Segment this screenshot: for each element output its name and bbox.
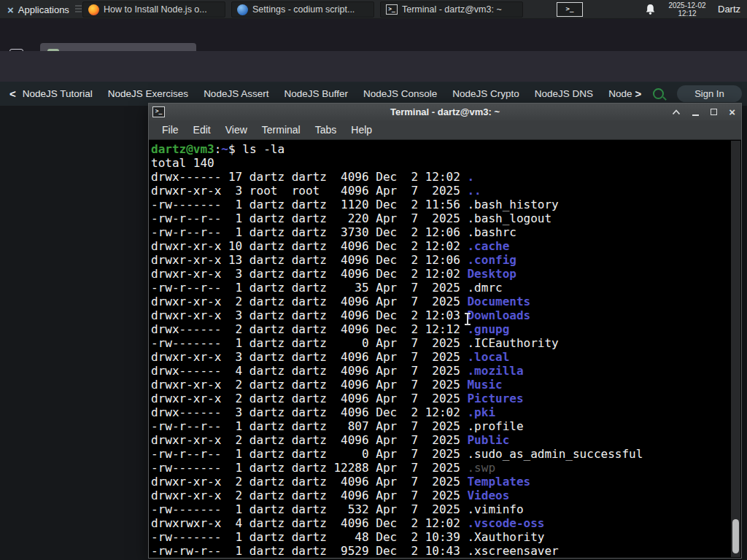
nav-scroll-left-chevron-icon[interactable]: <	[0, 88, 23, 100]
menu-help[interactable]: Help	[344, 124, 379, 136]
nav-item-nodejs-buffer[interactable]: NodeJS Buffer	[284, 88, 348, 99]
file-attributes: drwxr-xr-x 2 dartz dartz 4096 Apr 7 2025	[151, 295, 467, 308]
file-attributes: drwxr-xr-x 3 dartz dartz 4096 Dec 2 12:0…	[151, 308, 467, 322]
directory-name: Templates	[467, 475, 530, 489]
nav-item-nodejs-assert[interactable]: NodeJS Assert	[204, 88, 268, 99]
file-attributes: drwxr-xr-x 13 dartz dartz 4096 Dec 2 12:…	[151, 253, 467, 267]
prompt-dollar: $	[228, 142, 242, 156]
directory-name: Documents	[467, 295, 530, 308]
file-attributes: drwxr-xr-x 2 dartz dartz 4096 Apr 7 2025	[151, 475, 467, 489]
file-name: .Xauthority	[467, 530, 544, 544]
taskbar-window-terminal[interactable]: >_ Terminal - dartz@vm3: ~	[380, 1, 523, 18]
menu-terminal[interactable]: Terminal	[255, 124, 308, 136]
taskbar-window-label: Terminal - dartz@vm3: ~	[402, 4, 502, 15]
menu-tabs[interactable]: Tabs	[308, 124, 344, 136]
terminal-icon: >_	[386, 4, 398, 15]
terminal-listing-line: drwxr-xr-x 13 dartz dartz 4096 Dec 2 12:…	[151, 253, 741, 267]
panel-handle	[75, 5, 82, 14]
terminal-listing-line: drwxr-xr-x 2 dartz dartz 4096 Apr 7 2025…	[151, 433, 741, 447]
applications-menu-button[interactable]: × Applications	[1, 1, 75, 18]
mouse-cursor-ibeam-icon	[464, 313, 471, 325]
terminal-listing-line: -rw------- 1 dartz dartz 532 Apr 7 2025 …	[151, 502, 741, 516]
clock-time: 12:12	[661, 9, 713, 18]
terminal-listing-line: -rw-rw-r-- 1 dartz dartz 9529 Dec 2 10:4…	[151, 544, 741, 558]
terminal-prompt-line: dartz@vm3:~$ ls -la	[151, 142, 741, 156]
file-attributes: -rw-r--r-- 1 dartz dartz 3730 Dec 2 12:0…	[151, 225, 467, 239]
nav-item-node-truncated[interactable]: Node	[608, 88, 632, 99]
terminal-launcher-icon: >_	[557, 2, 583, 17]
prompt-user-host: dartz@vm3	[151, 142, 214, 156]
file-name: .ICEauthority	[467, 336, 558, 350]
nav-item-nodejs-crypto[interactable]: NodeJS Crypto	[452, 88, 519, 99]
terminal-rollup-button[interactable]	[672, 109, 681, 115]
directory-name: .gnupg	[467, 322, 509, 336]
file-name: .bashrc	[467, 225, 516, 239]
directory-name: .vscode-oss	[467, 516, 544, 530]
file-attributes: -rw------- 1 dartz dartz 532 Apr 7 2025	[151, 502, 467, 516]
terminal-scrollbar[interactable]	[731, 141, 740, 557]
terminal-menu-bar: File Edit View Terminal Tabs Help	[149, 120, 741, 140]
terminal-listing-line: drwxr-xr-x 3 dartz dartz 4096 Apr 7 2025…	[151, 350, 741, 364]
file-name: .bash_history	[467, 198, 558, 211]
clock[interactable]: 2025-12-02 12:12	[661, 1, 713, 18]
file-name: .swp	[467, 461, 495, 475]
file-attributes: -rw------- 1 dartz dartz 12288 Apr 7 202…	[151, 461, 467, 475]
file-attributes: -rw------- 1 dartz dartz 0 Apr 7 2025	[151, 336, 467, 350]
file-name: .profile	[467, 419, 523, 433]
directory-name: Public	[467, 433, 509, 447]
terminal-listing-line: drwx------ 17 dartz dartz 4096 Dec 2 12:…	[151, 170, 741, 184]
file-attributes: -rw-r--r-- 1 dartz dartz 35 Apr 7 2025	[151, 281, 467, 295]
file-attributes: drwx------ 17 dartz dartz 4096 Dec 2 12:…	[151, 170, 467, 184]
file-attributes: drwxr-xr-x 2 dartz dartz 4096 Apr 7 2025	[151, 433, 467, 447]
sign-in-button[interactable]: Sign In	[677, 85, 741, 102]
file-attributes: drwxr-xr-x 2 dartz dartz 4096 Apr 7 2025	[151, 378, 467, 392]
file-name: .bash_logout	[467, 211, 551, 225]
terminal-listing-line: drwxr-xr-x 10 dartz dartz 4096 Dec 2 12:…	[151, 239, 741, 253]
distro-logo-icon: ×	[7, 4, 14, 15]
terminal-listing-line: -rw-r--r-- 1 dartz dartz 3730 Dec 2 12:0…	[151, 225, 741, 239]
nav-item-nodejs-exercises[interactable]: NodeJS Exercises	[108, 88, 188, 99]
terminal-listing-line: drwx------ 2 dartz dartz 4096 Dec 2 12:1…	[151, 322, 741, 336]
codium-icon	[237, 4, 248, 15]
terminal-title-bar[interactable]: >_ Terminal - dartz@vm3: ~ ×	[149, 104, 741, 120]
browser-toolbar: ← → ↻ https://www.geeksforgeeks.org/node…	[0, 51, 747, 82]
nav-item-nodejs-console[interactable]: NodeJS Console	[363, 88, 437, 99]
terminal-minimize-button[interactable]	[692, 114, 699, 116]
file-attributes: drwx------ 4 dartz dartz 4096 Apr 7 2025	[151, 364, 467, 378]
terminal-maximize-button[interactable]	[711, 109, 717, 115]
nav-item-nodejs-dns[interactable]: NodeJS DNS	[535, 88, 593, 99]
taskbar-window-firefox[interactable]: How to Install Node.js o...	[82, 1, 225, 18]
file-name: .sudo_as_admin_successful	[467, 447, 643, 461]
terminal-launcher-button[interactable]: >_	[554, 1, 585, 18]
terminal-scrollbar-thumb[interactable]	[732, 519, 739, 553]
directory-name: Pictures	[467, 392, 523, 405]
file-attributes: drwxr-xr-x 3 root root 4096 Apr 7 2025	[151, 184, 467, 198]
directory-name: .local	[467, 350, 509, 364]
menu-view[interactable]: View	[218, 124, 255, 136]
nav-scroll-right-chevron-icon[interactable]: >	[635, 88, 641, 100]
menu-file[interactable]: File	[155, 124, 186, 136]
nav-item-nodejs-tutorial[interactable]: NodeJS Tutorial	[23, 88, 93, 99]
file-attributes: -rw------- 1 dartz dartz 48 Dec 2 10:39	[151, 530, 467, 544]
firefox-icon	[88, 4, 99, 15]
directory-name: Downloads	[467, 308, 530, 322]
prompt-command: ls -la	[242, 142, 285, 156]
directory-name: Music	[467, 378, 502, 392]
terminal-listing-line: drwxr-xr-x 2 dartz dartz 4096 Apr 7 2025…	[151, 378, 741, 392]
directory-name: .mozilla	[467, 364, 523, 378]
prompt-cwd: ~	[221, 142, 228, 156]
terminal-window-title: Terminal - dartz@vm3: ~	[149, 106, 741, 117]
terminal-close-button[interactable]: ×	[729, 106, 735, 117]
terminal-listing-line: drwxr-xr-x 2 dartz dartz 4096 Apr 7 2025…	[151, 475, 741, 489]
terminal-listing-line: -rw-r--r-- 1 dartz dartz 35 Apr 7 2025 .…	[151, 281, 741, 295]
menu-edit[interactable]: Edit	[186, 124, 218, 136]
file-attributes: -rw-r--r-- 1 dartz dartz 807 Apr 7 2025	[151, 419, 467, 433]
terminal-output[interactable]: dartz@vm3:~$ ls -la total 140 drwx------…	[149, 141, 741, 558]
directory-name: Desktop	[467, 267, 516, 281]
search-icon[interactable]	[653, 88, 664, 99]
directory-name: .cache	[467, 239, 509, 253]
notification-bell-icon[interactable]	[645, 4, 656, 18]
file-attributes: drwxrwxr-x 4 dartz dartz 4096 Dec 2 12:0…	[151, 516, 467, 530]
taskbar-window-codium[interactable]: Settings - codium script...	[231, 1, 374, 18]
session-user-label[interactable]: Dartz	[718, 4, 740, 15]
